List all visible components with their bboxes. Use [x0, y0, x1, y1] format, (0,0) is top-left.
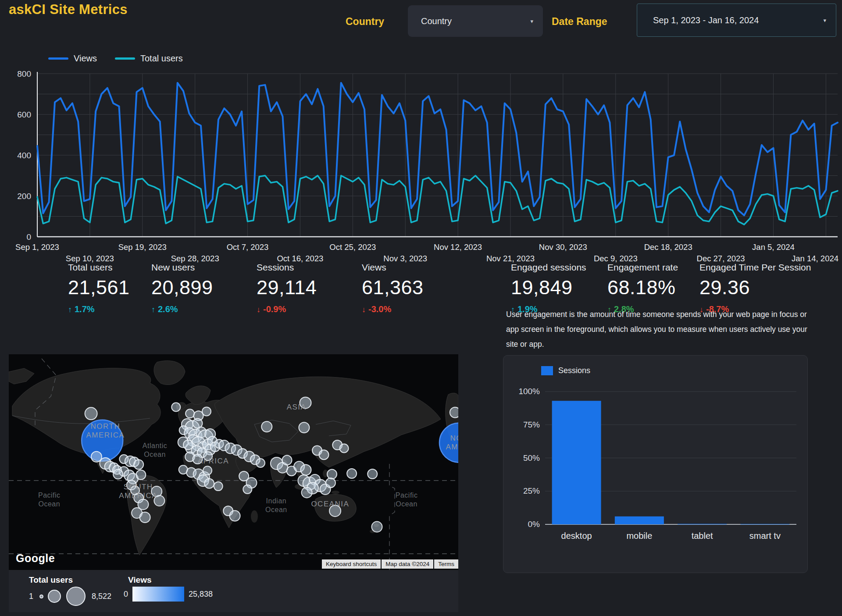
size-min-value: 1 [29, 592, 33, 601]
page-title: askCI Site Metrics [9, 2, 128, 18]
scorecard-sessions: Sessions29,114↓-0.9% [257, 262, 317, 314]
y-tick-label: 400 [17, 151, 31, 160]
map-bubble[interactable] [243, 485, 252, 494]
map-bubble[interactable] [186, 409, 194, 418]
map-legend-color-title: Views [128, 575, 152, 585]
y-tick-label: 800 [17, 69, 31, 78]
map-bubble[interactable] [256, 459, 265, 467]
date-range-dropdown[interactable]: Sep 1, 2023 - Jan 16, 2024 ▾ [637, 4, 836, 37]
map-legend-color-row: 0 25,838 [124, 587, 213, 602]
map-bubble[interactable] [85, 407, 97, 420]
map-bubble[interactable] [140, 512, 150, 523]
map-bubble[interactable] [282, 456, 292, 465]
bar-desktop[interactable] [552, 401, 601, 524]
x-tick-label: Nov 21, 2023 [486, 254, 535, 263]
scorecard-value: 29,114 [257, 276, 317, 299]
scorecard-label: Total users [68, 262, 130, 273]
color-min-value: 0 [124, 590, 128, 599]
arrow-down-icon: ↓ [257, 305, 260, 314]
views-color-gradient [132, 587, 184, 602]
scorecard-value: 29.36 [699, 276, 811, 299]
x-tick-label: Sep 28, 2023 [171, 254, 219, 263]
size-max-value: 8,522 [92, 592, 111, 601]
x-tick-label: Oct 16, 2023 [277, 254, 323, 263]
map-label: SOUTHAMERICA [119, 483, 157, 500]
x-category-label: tablet [692, 531, 713, 541]
x-tick-label: Jan 5, 2024 [752, 242, 795, 252]
y-tick-label: 75% [523, 420, 540, 429]
keyboard-shortcuts-button[interactable]: Keyboard shortcuts [322, 559, 381, 569]
scorecard-delta: ↑1.7% [68, 304, 130, 314]
engagement-note: User engagement is the amount of time so… [506, 307, 817, 352]
bar-mobile[interactable] [615, 516, 664, 524]
x-tick-label: Oct 7, 2023 [227, 242, 269, 252]
map-label: AFRICA [198, 457, 229, 465]
island [251, 510, 258, 523]
island [332, 491, 339, 494]
x-tick-label: Nov 12, 2023 [434, 242, 482, 252]
map-bubble[interactable] [202, 407, 211, 416]
map-bubble[interactable] [203, 466, 212, 475]
color-max-value: 25,838 [189, 590, 213, 599]
bubble-size-large-icon [66, 587, 86, 606]
map-bubble[interactable] [134, 459, 143, 469]
x-tick-label: Dec 27, 2023 [697, 254, 745, 263]
bubble-size-small-icon [39, 595, 43, 598]
map-bubble[interactable] [340, 444, 349, 453]
dashboard-page: askCI Site Metrics Country Country ▾ Dat… [0, 0, 842, 616]
scorecard-value: 68.18% [607, 276, 678, 299]
y-tick-label: 50% [523, 453, 540, 463]
views-line[interactable] [37, 83, 838, 215]
scorecard-label: Engaged Time Per Session [699, 262, 811, 273]
terms-link[interactable]: Terms [434, 559, 458, 569]
map-bubble[interactable] [319, 450, 329, 459]
scorecard-new-users: New users20,899↑2.6% [151, 262, 213, 314]
x-tick-label: Oct 25, 2023 [329, 242, 376, 252]
scorecard-label: Sessions [257, 262, 317, 273]
map-bubble[interactable] [113, 470, 123, 479]
map-bubble[interactable] [171, 403, 180, 412]
x-tick-label: Sep 10, 2023 [66, 254, 114, 263]
scorecard-label: Views [362, 262, 424, 273]
sessions-by-device-chart[interactable]: 0%25%50%75%100%desktopmobiletabletsmart … [503, 356, 807, 573]
world-map[interactable]: NORTHAMERICANORTHAMERICASOUTHAMERICAAFRI… [9, 354, 458, 570]
scorecard-delta: ↑2.6% [151, 304, 213, 314]
map-bubble[interactable] [347, 469, 357, 478]
views-users-timeseries-chart[interactable]: 8006004002000Sep 1, 2023Sep 10, 2023Sep … [0, 57, 842, 267]
map-bubble[interactable] [326, 478, 335, 488]
bar-tablet[interactable] [678, 524, 727, 524]
map-bubble[interactable] [367, 469, 377, 479]
y-tick-label: 600 [17, 110, 31, 119]
map-bubble[interactable] [136, 470, 146, 480]
x-tick-label: Dec 18, 2023 [644, 242, 692, 252]
map-bubble[interactable] [299, 422, 309, 433]
arrow-up-icon: ↑ [151, 305, 155, 314]
google-logo[interactable]: Google [16, 552, 55, 565]
map-bubble[interactable] [372, 522, 382, 532]
x-tick-label: Dec 9, 2023 [594, 254, 638, 263]
map-label: OCEANIA [311, 500, 349, 508]
scorecard-total-users: Total users21,561↑1.7% [68, 262, 130, 314]
map-bubble[interactable] [204, 479, 214, 488]
map-bubble[interactable] [183, 440, 193, 450]
geo-map[interactable]: NORTHAMERICANORTHAMERICASOUTHAMERICAAFRI… [9, 354, 458, 570]
map-label: NORTHAMERICA [86, 422, 125, 439]
map-bubble[interactable] [450, 407, 458, 418]
y-tick-label: 100% [518, 387, 540, 396]
map-bubble[interactable] [193, 418, 203, 428]
map-bubble[interactable] [230, 511, 240, 521]
scorecard-value: 21,561 [68, 276, 130, 299]
country-dropdown[interactable]: Country ▾ [408, 5, 543, 37]
map-bubble[interactable] [261, 421, 272, 432]
map-bubble[interactable] [302, 487, 312, 498]
scorecard-views: Views61,363↓-3.0% [362, 262, 424, 314]
x-tick-label: Jan 14, 2024 [792, 254, 838, 263]
x-tick-label: Nov 3, 2023 [383, 254, 427, 263]
bar-smart-tv[interactable] [740, 524, 789, 524]
y-tick-label: 200 [17, 192, 31, 201]
map-bubble[interactable] [327, 470, 337, 479]
scorecard-delta: ↓-0.9% [257, 304, 317, 314]
map-bubble[interactable] [301, 465, 311, 475]
map-bubble[interactable] [214, 482, 223, 491]
country-dropdown-value: Country [421, 16, 452, 26]
